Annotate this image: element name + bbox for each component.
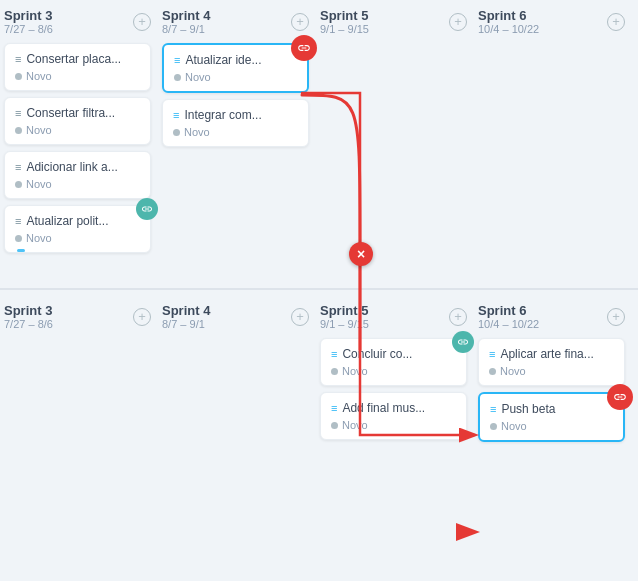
status-dot [490, 423, 497, 430]
card-status-text: Novo [185, 71, 211, 83]
card-add-final-mus[interactable]: ≡ Add final mus... Novo [320, 392, 467, 440]
card-doc-icon: ≡ [15, 53, 21, 65]
link-badge-red-bot[interactable] [607, 384, 633, 410]
card-title-text: Aplicar arte fina... [500, 347, 593, 361]
sprint6-bot-add-button[interactable]: + [607, 308, 625, 326]
card-aplicar-arte[interactable]: ≡ Aplicar arte fina... Novo [478, 338, 625, 386]
column-header: Sprint 3 7/27 – 8/6 + [4, 8, 151, 35]
card-title-text: Consertar filtra... [26, 106, 115, 120]
bottom-section: Sprint 3 7/27 – 8/6 + Sprint 4 8/7 – 9/1… [0, 295, 638, 581]
sprint5-top-add-button[interactable]: + [449, 13, 467, 31]
status-dot [15, 235, 22, 242]
sprint4-top-title: Sprint 4 [162, 8, 210, 23]
sprint3-top-add-button[interactable]: + [133, 13, 151, 31]
card-consertar-filtra[interactable]: ≡ Consertar filtra... Novo [4, 97, 151, 145]
card-adicionar-link[interactable]: ≡ Adicionar link a... Novo [4, 151, 151, 199]
column-header: Sprint 3 7/27 – 8/6 + [4, 303, 151, 330]
card-consertar-placa[interactable]: ≡ Consertar placa... Novo [4, 43, 151, 91]
card-doc-icon: ≡ [173, 109, 179, 121]
card-doc-icon: ≡ [490, 403, 496, 415]
sprint3-top-dates: 7/27 – 8/6 [4, 23, 53, 35]
sprint6-bot-dates: 10/4 – 10/22 [478, 318, 539, 330]
card-title-text: Adicionar link a... [26, 160, 117, 174]
status-dot [331, 422, 338, 429]
link-badge-red-top[interactable] [291, 35, 317, 61]
column-header: Sprint 4 8/7 – 9/1 + [162, 303, 309, 330]
card-status-text: Novo [342, 419, 368, 431]
sprint3-top-title: Sprint 3 [4, 8, 53, 23]
column-header: Sprint 5 9/1 – 9/15 + [320, 303, 467, 330]
sprint3-bot-title: Sprint 3 [4, 303, 53, 318]
card-doc-icon: ≡ [489, 348, 495, 360]
column-header: Sprint 4 8/7 – 9/1 + [162, 8, 309, 35]
card-status-text: Novo [26, 232, 52, 244]
card-status-text: Novo [342, 365, 368, 377]
card-status-text: Novo [501, 420, 527, 432]
card-title-text: Concluir co... [342, 347, 412, 361]
sprint6-bot-title: Sprint 6 [478, 303, 539, 318]
sprint5-bot-add-button[interactable]: + [449, 308, 467, 326]
sprint6-top-add-button[interactable]: + [607, 13, 625, 31]
card-doc-icon: ≡ [174, 54, 180, 66]
sprint5-bot-dates: 9/1 – 9/15 [320, 318, 369, 330]
column-header: Sprint 5 9/1 – 9/15 + [320, 8, 467, 35]
column-sprint6-top: Sprint 6 10/4 – 10/22 + [474, 0, 629, 51]
column-sprint3-bot: Sprint 3 7/27 – 8/6 + [0, 295, 155, 346]
section-divider [0, 288, 638, 290]
status-dot [489, 368, 496, 375]
card-integrar-com[interactable]: ≡ Integrar com... Novo [162, 99, 309, 147]
sprint5-top-dates: 9/1 – 9/15 [320, 23, 369, 35]
sprint5-top-title: Sprint 5 [320, 8, 369, 23]
column-sprint5-top: Sprint 5 9/1 – 9/15 + [316, 0, 471, 51]
sprint3-bot-add-button[interactable]: + [133, 308, 151, 326]
top-section: Sprint 3 7/27 – 8/6 + ≡ Consertar placa.… [0, 0, 638, 290]
sprint4-bot-title: Sprint 4 [162, 303, 210, 318]
card-push-beta[interactable]: ≡ Push beta Novo [478, 392, 625, 442]
card-status-text: Novo [500, 365, 526, 377]
sprint6-top-dates: 10/4 – 10/22 [478, 23, 539, 35]
cancel-connection-button[interactable]: × [349, 242, 373, 266]
card-concluir-co[interactable]: ≡ Concluir co... Novo [320, 338, 467, 386]
sprint4-bot-dates: 8/7 – 9/1 [162, 318, 210, 330]
card-status-text: Novo [184, 126, 210, 138]
column-header: Sprint 6 10/4 – 10/22 + [478, 303, 625, 330]
link-badge-green2[interactable] [452, 331, 474, 353]
status-dot [15, 127, 22, 134]
status-dot [15, 181, 22, 188]
sprint6-top-title: Sprint 6 [478, 8, 539, 23]
bottom-indicator [17, 249, 25, 252]
status-dot [331, 368, 338, 375]
card-title-text: Atualizar polit... [26, 214, 108, 228]
card-doc-icon: ≡ [15, 107, 21, 119]
sprint5-bot-title: Sprint 5 [320, 303, 369, 318]
card-status-text: Novo [26, 124, 52, 136]
board: Sprint 3 7/27 – 8/6 + ≡ Consertar placa.… [0, 0, 638, 581]
sprint4-top-dates: 8/7 – 9/1 [162, 23, 210, 35]
status-dot [174, 74, 181, 81]
card-title-text: Consertar placa... [26, 52, 121, 66]
sprint3-bot-dates: 7/27 – 8/6 [4, 318, 53, 330]
card-doc-icon: ≡ [15, 215, 21, 227]
sprint4-bot-add-button[interactable]: + [291, 308, 309, 326]
column-header: Sprint 6 10/4 – 10/22 + [478, 8, 625, 35]
card-atualizar-ide[interactable]: ≡ Atualizar ide... Novo [162, 43, 309, 93]
column-sprint3-top: Sprint 3 7/27 – 8/6 + ≡ Consertar placa.… [0, 0, 155, 267]
status-dot [15, 73, 22, 80]
card-doc-icon: ≡ [331, 348, 337, 360]
link-badge-green[interactable] [136, 198, 158, 220]
card-title-text: Atualizar ide... [185, 53, 261, 67]
card-doc-icon: ≡ [331, 402, 337, 414]
sprint4-top-add-button[interactable]: + [291, 13, 309, 31]
card-title-text: Push beta [501, 402, 555, 416]
column-sprint4-bot: Sprint 4 8/7 – 9/1 + [158, 295, 313, 346]
card-status-text: Novo [26, 70, 52, 82]
card-status-text: Novo [26, 178, 52, 190]
status-dot [173, 129, 180, 136]
card-atualizar-polit[interactable]: ≡ Atualizar polit... Novo [4, 205, 151, 253]
column-sprint4-top: Sprint 4 8/7 – 9/1 + ≡ Atualizar ide... … [158, 0, 313, 161]
card-doc-icon: ≡ [15, 161, 21, 173]
column-sprint6-bot: Sprint 6 10/4 – 10/22 + ≡ Aplicar arte f… [474, 295, 629, 456]
card-title-text: Add final mus... [342, 401, 425, 415]
column-sprint5-bot: Sprint 5 9/1 – 9/15 + ≡ Concluir co... N… [316, 295, 471, 454]
card-title-text: Integrar com... [184, 108, 261, 122]
